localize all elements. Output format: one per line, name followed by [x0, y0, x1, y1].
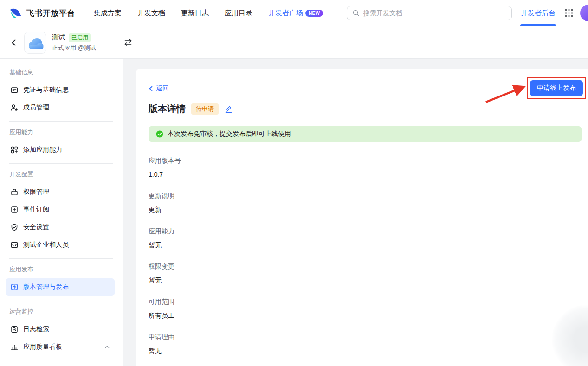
chevron-up-icon[interactable] — [104, 344, 110, 350]
sidebar-section-release: 应用发布 — [0, 263, 123, 276]
lock-icon — [10, 188, 19, 196]
brand[interactable]: 飞书开放平台 — [9, 6, 75, 19]
search-box[interactable] — [347, 6, 512, 20]
sidebar-section-monitoring: 运营监控 — [0, 306, 123, 318]
field-label: 更新说明 — [149, 191, 582, 200]
back-link[interactable]: 返回 — [149, 84, 169, 93]
tab-developer-console-label: 开发者后台 — [521, 9, 556, 18]
sidebar-item-label: 安全设置 — [23, 223, 49, 231]
divider — [9, 121, 113, 122]
id-card-icon — [10, 86, 19, 94]
feishu-logo-icon — [9, 6, 22, 19]
title-row: 版本详情 待申请 — [149, 103, 582, 115]
grid-add-icon — [10, 146, 19, 154]
primary-nav: 集成方案 开发文档 更新日志 应用目录 开发者广场 NEW — [94, 9, 323, 18]
feishu-open-platform-console: 飞书开放平台 集成方案 开发文档 更新日志 应用目录 开发者广场 NEW 开发者… — [0, 0, 588, 366]
app-name: 测试 — [52, 33, 65, 42]
field-label: 应用能力 — [149, 226, 582, 236]
user-avatar[interactable] — [580, 5, 588, 21]
divider — [9, 258, 113, 259]
navbar-right: 开发者后台 — [347, 0, 588, 26]
field-value: 更新 — [149, 205, 582, 214]
field-value: 暂无 — [149, 276, 582, 285]
field-list: 应用版本号 1.0.7 更新说明 更新 应用能力 暂无 权限变更 暂无 — [149, 156, 582, 355]
nav-item-marketplace[interactable]: 开发者广场 NEW — [268, 9, 323, 18]
back-chevron-icon[interactable] — [10, 39, 18, 46]
bar-chart-icon — [10, 343, 19, 351]
status-badge-pending: 待申请 — [191, 103, 219, 115]
back-chevron-icon — [149, 86, 153, 91]
search-icon — [352, 9, 360, 17]
field-update-notes: 更新说明 更新 — [149, 191, 582, 214]
sidebar-item-credentials[interactable]: 凭证与基础信息 — [6, 81, 115, 99]
field-value: 暂无 — [149, 346, 582, 355]
sidebar-item-members[interactable]: 成员管理 — [6, 99, 115, 116]
field-label: 权限变更 — [149, 262, 582, 271]
brand-title: 飞书开放平台 — [26, 8, 75, 19]
sidebar-section-capabilities: 应用能力 — [0, 126, 123, 138]
status-badge-enabled: 已启用 — [69, 33, 91, 42]
main-area: 返回 版本详情 待申请 — [123, 59, 588, 366]
log-search-icon — [10, 325, 19, 334]
sidebar-item-label: 添加应用能力 — [23, 146, 62, 154]
annotation-highlight-box: 申请线上发布 — [527, 77, 586, 99]
app-subtitle: 正式应用 @测试 — [52, 44, 121, 52]
app-info: 测试 已启用 正式应用 @测试 — [52, 33, 121, 52]
nav-item-integration[interactable]: 集成方案 — [94, 9, 122, 18]
success-banner: 本次发布免审核，提交发布后即可上线使用 — [149, 126, 582, 142]
top-navbar: 飞书开放平台 集成方案 开发文档 更新日志 应用目录 开发者广场 NEW 开发者… — [0, 0, 588, 26]
grid-menu-icon[interactable] — [565, 9, 573, 17]
edit-pencil-icon[interactable] — [224, 104, 233, 113]
sidebar-item-label: 日志检索 — [23, 325, 49, 334]
sidebar-item-label: 事件订阅 — [23, 205, 49, 214]
sidebar-item-security[interactable]: 安全设置 — [6, 218, 115, 236]
sidebar-item-label: 应用质量看板 — [23, 343, 62, 351]
sidebar-item-permissions[interactable]: 权限管理 — [6, 183, 115, 201]
field-availability-scope: 可用范围 所有员工 — [149, 297, 582, 320]
field-app-capabilities: 应用能力 暂无 — [149, 226, 582, 250]
search-input[interactable] — [363, 9, 506, 17]
divider — [9, 163, 113, 164]
sidebar-item-log-search[interactable]: 日志检索 — [6, 321, 115, 338]
sidebar-section-dev-config: 开发配置 — [0, 168, 123, 180]
field-value: 所有员工 — [149, 311, 582, 320]
nav-item-marketplace-label: 开发者广场 — [268, 9, 303, 18]
nav-item-docs[interactable]: 开发文档 — [137, 9, 165, 18]
back-link-label: 返回 — [156, 84, 169, 93]
sidebar-item-test-company[interactable]: 测试企业和人员 — [6, 236, 115, 254]
sidebar-item-label: 版本管理与发布 — [23, 283, 69, 291]
field-label: 可用范围 — [149, 297, 582, 306]
user-add-icon — [10, 103, 19, 112]
nav-item-changelog[interactable]: 更新日志 — [181, 9, 209, 18]
success-banner-text: 本次发布免审核，提交发布后即可上线使用 — [168, 130, 291, 138]
app-header: 测试 已启用 正式应用 @测试 — [0, 26, 588, 59]
field-app-version: 应用版本号 1.0.7 — [149, 156, 582, 179]
sidebar-item-add-capability[interactable]: 添加应用能力 — [6, 141, 115, 159]
code-box-icon — [10, 241, 19, 249]
page-title: 版本详情 — [149, 103, 186, 115]
field-value: 1.0.7 — [149, 170, 582, 179]
sidebar-item-label: 凭证与基础信息 — [23, 86, 69, 94]
active-tab-underline — [520, 24, 556, 26]
sidebar-item-version-management[interactable]: 版本管理与发布 — [6, 278, 115, 296]
tab-developer-console[interactable]: 开发者后台 — [521, 0, 556, 26]
cloud-app-icon — [24, 32, 46, 54]
sidebar-item-quality-dashboard[interactable]: 应用质量看板 — [6, 338, 115, 356]
publish-box-icon — [10, 283, 19, 291]
apply-online-release-button[interactable]: 申请线上发布 — [530, 80, 583, 96]
sidebar-item-label: 成员管理 — [23, 103, 49, 112]
sidebar-section-basic-info: 基础信息 — [0, 66, 123, 78]
field-label: 应用版本号 — [149, 156, 582, 165]
swap-arrows-icon[interactable] — [123, 39, 133, 46]
sidebar-item-event-subscription[interactable]: 事件订阅 — [6, 201, 115, 218]
new-badge: NEW — [305, 10, 323, 17]
sidebar-item-label: 测试企业和人员 — [23, 241, 69, 249]
shield-check-icon — [10, 223, 19, 231]
version-detail-card: 返回 版本详情 待申请 — [136, 69, 588, 366]
sidebar: 基础信息 凭证与基础信息 成员管理 — [0, 59, 123, 366]
nav-item-app-directory[interactable]: 应用目录 — [225, 9, 252, 18]
square-plus-icon — [10, 205, 19, 214]
field-permission-changes: 权限变更 暂无 — [149, 262, 582, 285]
divider — [9, 301, 113, 301]
field-application-reason: 申请理由 暂无 — [149, 332, 582, 355]
